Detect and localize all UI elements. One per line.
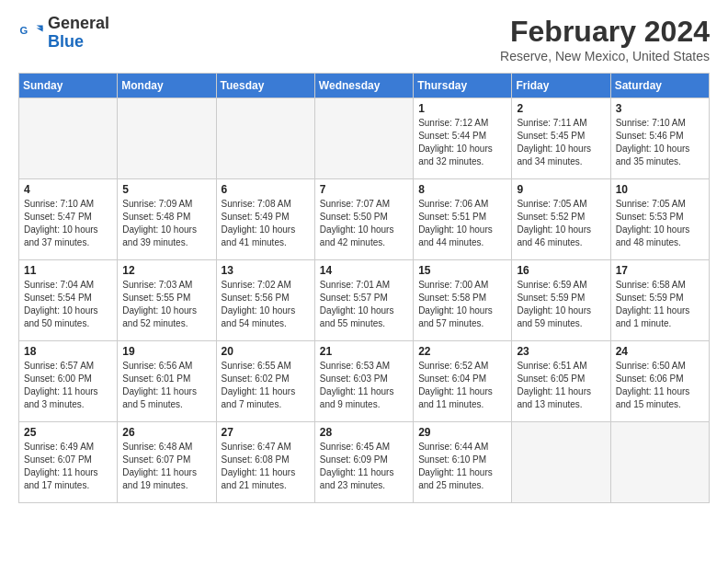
day-info: Sunrise: 7:06 AM Sunset: 5:51 PM Dayligh… <box>418 198 506 249</box>
calendar-cell: 29Sunrise: 6:44 AM Sunset: 6:10 PM Dayli… <box>414 422 512 503</box>
day-number: 17 <box>616 264 704 277</box>
day-number: 27 <box>222 426 310 439</box>
calendar-cell: 13Sunrise: 7:02 AM Sunset: 5:56 PM Dayli… <box>216 260 314 341</box>
day-number: 9 <box>517 183 605 196</box>
calendar-cell: 11Sunrise: 7:04 AM Sunset: 5:54 PM Dayli… <box>19 260 118 341</box>
calendar-cell: 26Sunrise: 6:48 AM Sunset: 6:07 PM Dayli… <box>118 422 216 503</box>
calendar-cell: 2Sunrise: 7:11 AM Sunset: 5:45 PM Daylig… <box>512 98 610 179</box>
day-number: 25 <box>24 426 112 439</box>
day-number: 10 <box>616 183 704 196</box>
calendar-cell: 20Sunrise: 6:55 AM Sunset: 6:02 PM Dayli… <box>216 341 314 422</box>
calendar-cell: 21Sunrise: 6:53 AM Sunset: 6:03 PM Dayli… <box>314 341 413 422</box>
day-info: Sunrise: 7:07 AM Sunset: 5:50 PM Dayligh… <box>320 198 408 249</box>
calendar-cell: 5Sunrise: 7:09 AM Sunset: 5:48 PM Daylig… <box>118 179 216 260</box>
calendar-cell: 3Sunrise: 7:10 AM Sunset: 5:46 PM Daylig… <box>610 98 709 179</box>
calendar-cell: 19Sunrise: 6:56 AM Sunset: 6:01 PM Dayli… <box>118 341 216 422</box>
weekday-header-monday: Monday <box>118 74 216 98</box>
day-number: 2 <box>517 102 605 115</box>
day-info: Sunrise: 6:44 AM Sunset: 6:10 PM Dayligh… <box>418 441 506 492</box>
day-number: 13 <box>222 264 310 277</box>
day-info: Sunrise: 7:12 AM Sunset: 5:44 PM Dayligh… <box>418 117 506 168</box>
calendar-cell: 9Sunrise: 7:05 AM Sunset: 5:52 PM Daylig… <box>512 179 610 260</box>
day-info: Sunrise: 7:05 AM Sunset: 5:52 PM Dayligh… <box>517 198 605 249</box>
calendar-table: SundayMondayTuesdayWednesdayThursdayFrid… <box>18 73 710 503</box>
calendar-cell <box>610 422 709 503</box>
day-number: 1 <box>418 102 506 115</box>
calendar-cell: 18Sunrise: 6:57 AM Sunset: 6:00 PM Dayli… <box>19 341 118 422</box>
day-info: Sunrise: 7:09 AM Sunset: 5:48 PM Dayligh… <box>122 198 210 249</box>
day-number: 6 <box>222 183 310 196</box>
calendar-cell: 27Sunrise: 6:47 AM Sunset: 6:08 PM Dayli… <box>216 422 314 503</box>
weekday-header-friday: Friday <box>512 74 610 98</box>
day-info: Sunrise: 6:53 AM Sunset: 6:03 PM Dayligh… <box>320 360 408 411</box>
svg-text:G: G <box>19 25 28 36</box>
day-number: 22 <box>418 345 506 358</box>
calendar-cell: 10Sunrise: 7:05 AM Sunset: 5:53 PM Dayli… <box>610 179 709 260</box>
logo-icon: G <box>18 20 44 46</box>
weekday-header-saturday: Saturday <box>610 74 709 98</box>
calendar-cell: 4Sunrise: 7:10 AM Sunset: 5:47 PM Daylig… <box>19 179 118 260</box>
day-number: 15 <box>418 264 506 277</box>
day-number: 19 <box>122 345 210 358</box>
weekday-header-tuesday: Tuesday <box>216 74 314 98</box>
day-number: 21 <box>320 345 408 358</box>
week-row-4: 18Sunrise: 6:57 AM Sunset: 6:00 PM Dayli… <box>19 341 710 422</box>
calendar-cell: 23Sunrise: 6:51 AM Sunset: 6:05 PM Dayli… <box>512 341 610 422</box>
calendar-cell <box>19 98 118 179</box>
calendar-cell: 14Sunrise: 7:01 AM Sunset: 5:57 PM Dayli… <box>314 260 413 341</box>
day-info: Sunrise: 6:58 AM Sunset: 5:59 PM Dayligh… <box>616 279 704 330</box>
day-info: Sunrise: 7:10 AM Sunset: 5:46 PM Dayligh… <box>616 117 704 168</box>
day-number: 5 <box>122 183 210 196</box>
calendar-cell: 8Sunrise: 7:06 AM Sunset: 5:51 PM Daylig… <box>414 179 512 260</box>
weekday-header-row: SundayMondayTuesdayWednesdayThursdayFrid… <box>19 74 710 98</box>
day-number: 16 <box>517 264 605 277</box>
day-info: Sunrise: 6:50 AM Sunset: 6:06 PM Dayligh… <box>616 360 704 411</box>
calendar-cell: 25Sunrise: 6:49 AM Sunset: 6:07 PM Dayli… <box>19 422 118 503</box>
day-info: Sunrise: 7:00 AM Sunset: 5:58 PM Dayligh… <box>418 279 506 330</box>
day-number: 18 <box>24 345 112 358</box>
calendar-cell: 6Sunrise: 7:08 AM Sunset: 5:49 PM Daylig… <box>216 179 314 260</box>
day-number: 4 <box>24 183 112 196</box>
calendar-cell: 16Sunrise: 6:59 AM Sunset: 5:59 PM Dayli… <box>512 260 610 341</box>
day-number: 7 <box>320 183 408 196</box>
day-info: Sunrise: 7:03 AM Sunset: 5:55 PM Dayligh… <box>122 279 210 330</box>
day-info: Sunrise: 7:04 AM Sunset: 5:54 PM Dayligh… <box>24 279 112 330</box>
calendar-cell: 15Sunrise: 7:00 AM Sunset: 5:58 PM Dayli… <box>414 260 512 341</box>
svg-marker-2 <box>37 28 43 31</box>
day-number: 26 <box>122 426 210 439</box>
day-info: Sunrise: 6:59 AM Sunset: 5:59 PM Dayligh… <box>517 279 605 330</box>
day-number: 3 <box>616 102 704 115</box>
calendar-title: February 2024 <box>500 15 710 49</box>
day-info: Sunrise: 7:10 AM Sunset: 5:47 PM Dayligh… <box>24 198 112 249</box>
day-info: Sunrise: 6:49 AM Sunset: 6:07 PM Dayligh… <box>24 441 112 492</box>
page-header: G General Blue February 2024 Reserve, Ne… <box>18 15 710 63</box>
calendar-cell: 1Sunrise: 7:12 AM Sunset: 5:44 PM Daylig… <box>414 98 512 179</box>
day-number: 29 <box>418 426 506 439</box>
day-info: Sunrise: 7:08 AM Sunset: 5:49 PM Dayligh… <box>222 198 310 249</box>
day-number: 8 <box>418 183 506 196</box>
day-info: Sunrise: 7:01 AM Sunset: 5:57 PM Dayligh… <box>320 279 408 330</box>
day-info: Sunrise: 6:57 AM Sunset: 6:00 PM Dayligh… <box>24 360 112 411</box>
calendar-cell: 28Sunrise: 6:45 AM Sunset: 6:09 PM Dayli… <box>314 422 413 503</box>
week-row-5: 25Sunrise: 6:49 AM Sunset: 6:07 PM Dayli… <box>19 422 710 503</box>
title-section: February 2024 Reserve, New Mexico, Unite… <box>500 15 710 63</box>
week-row-3: 11Sunrise: 7:04 AM Sunset: 5:54 PM Dayli… <box>19 260 710 341</box>
logo-line2: Blue <box>48 33 109 52</box>
day-info: Sunrise: 6:55 AM Sunset: 6:02 PM Dayligh… <box>222 360 310 411</box>
day-number: 12 <box>122 264 210 277</box>
weekday-header-wednesday: Wednesday <box>314 74 413 98</box>
day-number: 11 <box>24 264 112 277</box>
calendar-subtitle: Reserve, New Mexico, United States <box>500 49 710 63</box>
calendar-cell: 12Sunrise: 7:03 AM Sunset: 5:55 PM Dayli… <box>118 260 216 341</box>
weekday-header-sunday: Sunday <box>19 74 118 98</box>
week-row-1: 1Sunrise: 7:12 AM Sunset: 5:44 PM Daylig… <box>19 98 710 179</box>
calendar-cell <box>314 98 413 179</box>
weekday-header-thursday: Thursday <box>414 74 512 98</box>
calendar-cell <box>512 422 610 503</box>
logo-line1: General <box>48 15 109 33</box>
calendar-cell <box>216 98 314 179</box>
day-info: Sunrise: 6:56 AM Sunset: 6:01 PM Dayligh… <box>122 360 210 411</box>
calendar-cell: 24Sunrise: 6:50 AM Sunset: 6:06 PM Dayli… <box>610 341 709 422</box>
day-number: 24 <box>616 345 704 358</box>
day-info: Sunrise: 7:11 AM Sunset: 5:45 PM Dayligh… <box>517 117 605 168</box>
